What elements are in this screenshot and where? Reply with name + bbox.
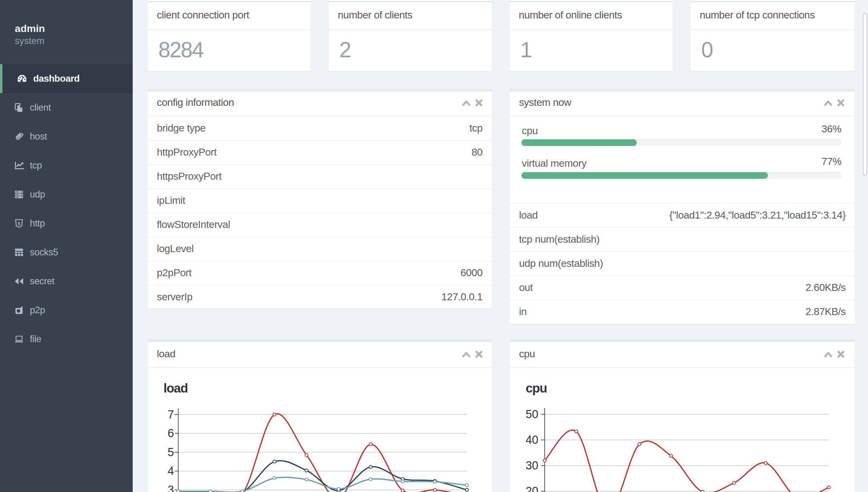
svg-text:40: 40 [526,434,538,446]
svg-text:30: 30 [526,459,538,472]
svg-text:50: 50 [526,408,538,421]
svg-text:20: 20 [526,485,538,492]
